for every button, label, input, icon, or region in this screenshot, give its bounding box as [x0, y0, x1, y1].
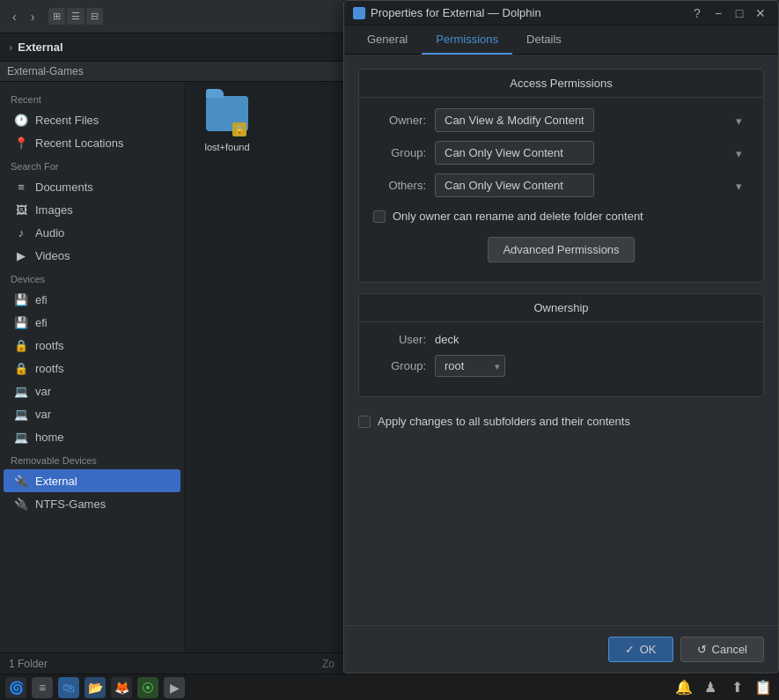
tab-permissions[interactable]: Permissions: [422, 26, 512, 55]
sidebar-item-audio[interactable]: ♪ Audio: [4, 221, 180, 244]
taskbar-app-files[interactable]: 📂: [85, 677, 106, 698]
access-permissions-body: Owner: Can View & Modify Content Can Onl…: [359, 98, 763, 282]
taskbar-app-2[interactable]: ≡: [32, 677, 53, 698]
device-icon-2: 💻: [14, 407, 28, 421]
tray-upload-icon[interactable]: ⬆: [726, 677, 747, 698]
location-arrow-icon: ›: [9, 41, 12, 54]
breadcrumb: External-Games: [7, 65, 84, 77]
access-permissions-section: Access Permissions Owner: Can View & Mod…: [358, 69, 764, 283]
sidebar-label-recent-locations: Recent Locations: [35, 136, 123, 150]
sidebar-item-recent-locations[interactable]: 📍 Recent Locations: [4, 131, 180, 154]
current-location: External: [18, 41, 62, 54]
sidebar-item-var2[interactable]: 💻 var: [4, 402, 180, 425]
sidebar-item-images[interactable]: 🖼 Images: [4, 198, 180, 221]
dialog-titlebar: Properties for External — Dolphin ? − □ …: [344, 1, 778, 26]
dialog-minimize-button[interactable]: −: [709, 4, 727, 22]
sidebar-label-rootfs1: rootfs: [35, 339, 64, 352]
documents-icon: ≡: [14, 180, 28, 194]
others-select[interactable]: Can View & Modify Content Can Only View …: [435, 173, 594, 197]
tray-steam-icon[interactable]: ♟: [700, 677, 721, 698]
icon-view-button[interactable]: ⊞: [48, 8, 65, 25]
sidebar-item-external[interactable]: 🔌 External: [4, 469, 180, 492]
ok-button[interactable]: ✓ OK: [608, 637, 673, 662]
sidebar-item-recent-files[interactable]: 🕐 Recent Files: [4, 108, 180, 131]
taskbar-app-terminal[interactable]: ▶: [164, 677, 185, 698]
sidebar-item-efi2[interactable]: 💾 efi: [4, 311, 180, 334]
zoom-label: Zo: [322, 658, 334, 670]
forward-button[interactable]: ›: [26, 6, 40, 27]
dialog-maximize-button[interactable]: □: [731, 4, 748, 22]
lock-icon-2: 🔒: [14, 361, 28, 375]
dolphin-toolbar: ‹ › ⊞ ☰ ⊟: [0, 0, 343, 33]
ownership-group-select[interactable]: root deck users wheel: [435, 355, 505, 377]
folder-count: 1 Folder: [9, 658, 48, 670]
audio-icon: ♪: [14, 225, 28, 239]
sidebar-label-rootfs2: rootfs: [35, 362, 64, 375]
sidebar-item-videos[interactable]: ▶ Videos: [4, 244, 180, 267]
group-select-container: root deck users wheel: [435, 355, 505, 377]
tab-details[interactable]: Details: [512, 26, 576, 55]
apply-changes-checkbox[interactable]: [358, 416, 371, 428]
dialog-help-button[interactable]: ?: [688, 4, 706, 22]
owner-row: Owner: Can View & Modify Content Can Onl…: [373, 108, 749, 132]
dialog-title-text: Properties for External — Dolphin: [371, 6, 541, 19]
dialog-tabs: General Permissions Details: [344, 26, 778, 55]
sidebar-label-var2: var: [35, 408, 51, 421]
ownership-group-label: Group:: [373, 359, 426, 372]
view-buttons: ⊞ ☰ ⊟: [48, 8, 103, 25]
ntfs-icon: 🔌: [14, 497, 28, 511]
location-bar: › External: [0, 33, 343, 62]
sidebar-label-ntfs-games: NTFS-Games: [35, 497, 106, 511]
folder-icon-container: 🔒: [206, 96, 248, 138]
devices-section-title: Devices: [0, 267, 184, 288]
dialog-footer: ✓ OK ↺ Cancel: [344, 625, 778, 673]
owner-label: Owner:: [373, 114, 426, 127]
group-label: Group:: [373, 146, 426, 159]
taskbar-app-firefox[interactable]: 🦊: [111, 677, 132, 698]
sidebar-label-documents: Documents: [35, 181, 93, 194]
undo-icon: ↺: [697, 643, 707, 656]
folder-label: lost+found: [204, 142, 249, 152]
taskbar-app-6[interactable]: ⦿: [137, 677, 158, 698]
sidebar-label-efi2: efi: [35, 316, 48, 329]
apply-changes-label: Apply changes to all subfolders and thei…: [378, 415, 630, 428]
owner-only-checkbox[interactable]: [373, 210, 386, 223]
apply-changes-row: Apply changes to all subfolders and thei…: [358, 408, 764, 435]
sidebar-label-audio: Audio: [35, 226, 64, 239]
sidebar-item-var1[interactable]: 💻 var: [4, 379, 180, 402]
device-icon-1: 💻: [14, 384, 28, 398]
group-row: Group: Can View & Modify Content Can Onl…: [373, 141, 749, 165]
sidebar-item-efi1[interactable]: 💾 efi: [4, 288, 180, 311]
tab-general[interactable]: General: [353, 26, 422, 55]
back-button[interactable]: ‹: [7, 6, 22, 27]
tray-clipboard-icon[interactable]: 📋: [753, 677, 774, 698]
status-bar: 1 Folder Zo: [0, 652, 343, 674]
location-icon: 📍: [14, 136, 28, 150]
sidebar: Recent 🕐 Recent Files 📍 Recent Locations…: [0, 82, 185, 700]
taskbar-app-store[interactable]: 🛍: [58, 677, 79, 698]
owner-select[interactable]: Can View & Modify Content Can Only View …: [435, 108, 594, 132]
recent-section-title: Recent: [0, 87, 184, 108]
taskbar-app-menu[interactable]: 🌀: [5, 677, 26, 698]
others-select-wrapper: Can View & Modify Content Can Only View …: [435, 173, 749, 197]
dialog-title-icon: [353, 7, 365, 19]
split-view-button[interactable]: ⊟: [86, 8, 103, 25]
folder-item-lost-found[interactable]: 🔒 lost+found: [192, 89, 262, 159]
dialog-title-controls: ? − □ ✕: [688, 4, 769, 22]
dialog-close-button[interactable]: ✕: [752, 4, 769, 22]
sidebar-item-rootfs1[interactable]: 🔒 rootfs: [4, 334, 180, 357]
group-select-perm-wrapper: Can View & Modify Content Can Only View …: [435, 141, 749, 165]
sidebar-item-documents[interactable]: ≡ Documents: [4, 175, 180, 198]
list-view-button[interactable]: ☰: [67, 8, 85, 25]
dolphin-content: Recent 🕐 Recent Files 📍 Recent Locations…: [0, 82, 343, 700]
sidebar-item-rootfs2[interactable]: 🔒 rootfs: [4, 357, 180, 379]
sidebar-item-home[interactable]: 💻 home: [4, 425, 180, 448]
tray-notification-icon[interactable]: 🔔: [673, 677, 694, 698]
sidebar-label-images: Images: [35, 203, 73, 217]
advanced-permissions-button[interactable]: Advanced Permissions: [488, 237, 634, 262]
cancel-button[interactable]: ↺ Cancel: [680, 637, 764, 662]
drive-icon-1: 💾: [14, 292, 28, 306]
group-permission-select[interactable]: Can View & Modify Content Can Only View …: [435, 141, 594, 165]
owner-only-checkbox-row: Only owner can rename and delete folder …: [373, 206, 749, 230]
sidebar-item-ntfs-games[interactable]: 🔌 NTFS-Games: [4, 492, 180, 515]
